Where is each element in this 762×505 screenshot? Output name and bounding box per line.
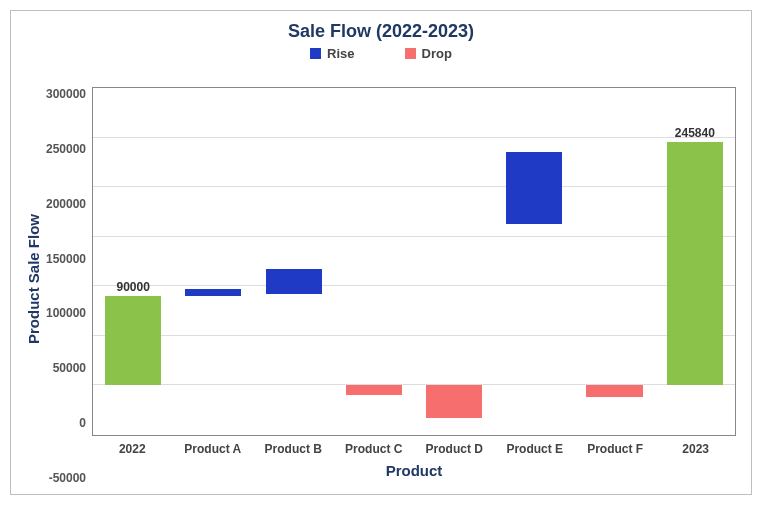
bar-slot: 90000 xyxy=(93,88,173,435)
bar-rise xyxy=(185,289,241,296)
bar-rise xyxy=(266,269,322,294)
bar-drop xyxy=(426,385,482,418)
y-tick-label: 200000 xyxy=(46,197,86,211)
bar-slot xyxy=(494,88,574,435)
y-tick-label: 250000 xyxy=(46,142,86,156)
bar-slot: 245840 xyxy=(655,88,735,435)
bars-container: 90000245840 xyxy=(93,88,735,435)
legend-swatch-rise xyxy=(310,48,321,59)
x-tick-label: Product F xyxy=(575,442,655,456)
bar-total xyxy=(667,142,723,386)
bar-rise xyxy=(506,152,562,223)
legend-label-rise: Rise xyxy=(327,46,354,61)
bar-slot xyxy=(173,88,253,435)
y-tick-label: 100000 xyxy=(46,306,86,320)
bar-drop xyxy=(346,385,402,395)
y-axis-labels: 300000250000200000150000100000500000-500… xyxy=(46,69,92,489)
x-tick-label: Product D xyxy=(414,442,494,456)
y-tick-label: 0 xyxy=(46,416,86,430)
x-axis-labels: 2022Product AProduct BProduct CProduct D… xyxy=(92,436,736,456)
x-tick-label: Product C xyxy=(334,442,414,456)
legend-label-drop: Drop xyxy=(422,46,452,61)
bar-slot xyxy=(414,88,494,435)
x-tick-label: Product B xyxy=(253,442,333,456)
x-tick-label: Product A xyxy=(173,442,253,456)
chart-container: Sale Flow (2022-2023) Rise Drop Product … xyxy=(10,10,752,495)
chart-main: Product Sale Flow 3000002500002000001500… xyxy=(11,69,751,494)
plot-area: 90000245840 xyxy=(92,87,736,436)
bar-data-label: 245840 xyxy=(655,126,735,142)
chart-frame: Sale Flow (2022-2023) Rise Drop Product … xyxy=(0,0,762,505)
x-tick-label: 2022 xyxy=(92,442,172,456)
bar-data-label: 90000 xyxy=(93,280,173,296)
bar-slot xyxy=(334,88,414,435)
legend-item-drop: Drop xyxy=(405,46,452,61)
y-tick-label: 300000 xyxy=(46,87,86,101)
legend-swatch-drop xyxy=(405,48,416,59)
x-tick-label: Product E xyxy=(494,442,574,456)
chart-title: Sale Flow (2022-2023) xyxy=(11,11,751,46)
bar-slot xyxy=(254,88,334,435)
y-tick-label: 150000 xyxy=(46,252,86,266)
bar-total xyxy=(105,296,161,385)
bar-slot xyxy=(574,88,654,435)
plot-wrap: 90000245840 2022Product AProduct BProduc… xyxy=(92,69,736,489)
x-tick-label: 2023 xyxy=(655,442,735,456)
chart-legend: Rise Drop xyxy=(11,46,751,69)
y-tick-label: -50000 xyxy=(46,471,86,485)
y-axis-title: Product Sale Flow xyxy=(21,69,46,489)
x-axis-title: Product xyxy=(92,456,736,489)
y-tick-label: 50000 xyxy=(46,361,86,375)
bar-drop xyxy=(586,385,642,397)
legend-item-rise: Rise xyxy=(310,46,354,61)
